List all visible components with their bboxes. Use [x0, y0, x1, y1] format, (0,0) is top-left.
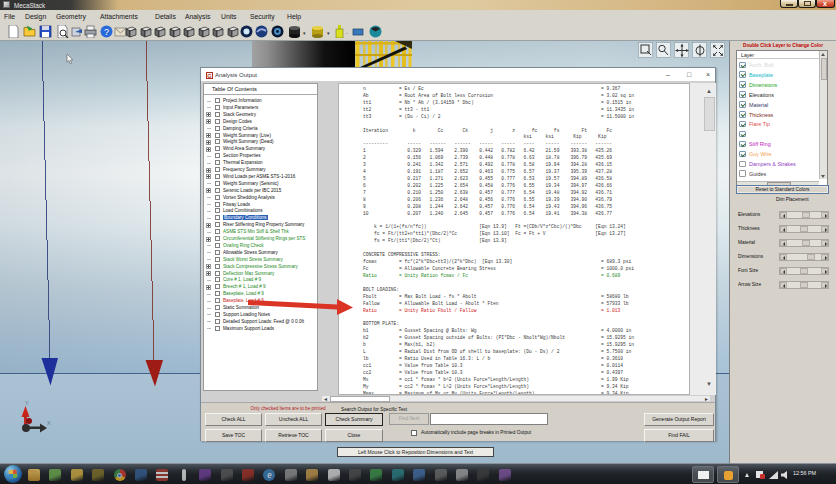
svg-text:Y: Y — [25, 400, 29, 406]
svg-text:?: ? — [104, 27, 109, 37]
svg-text:X: X — [47, 420, 51, 426]
